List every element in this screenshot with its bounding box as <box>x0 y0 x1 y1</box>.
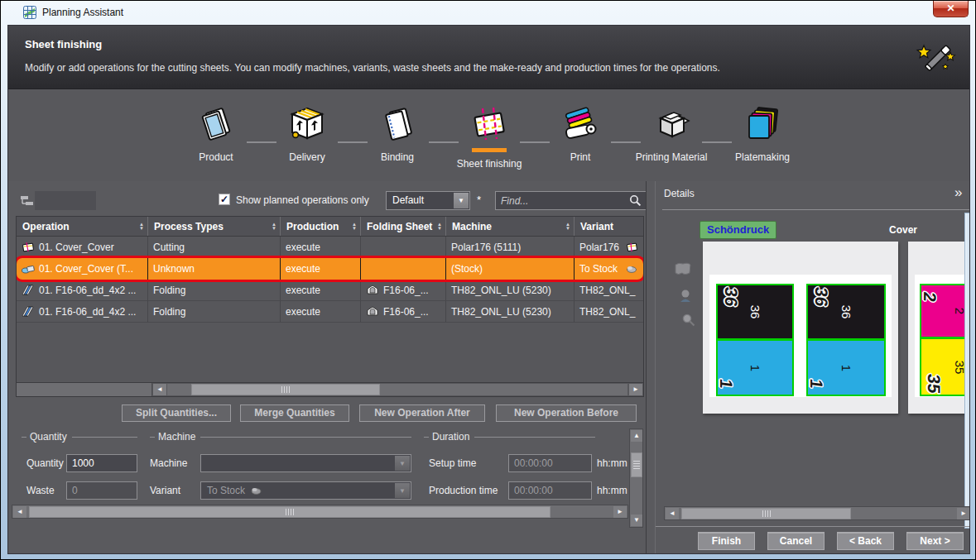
folding-operation-icon <box>22 306 35 317</box>
find-input[interactable] <box>501 194 625 208</box>
variant-name: TH82_ONL_ <box>579 306 635 318</box>
scroll-right-button[interactable]: ► <box>613 506 627 518</box>
scroll-left-button[interactable]: ◄ <box>666 508 679 519</box>
step-sheet-finishing[interactable]: Sheet finishing <box>448 105 531 170</box>
chevron-down-icon[interactable]: ▼ <box>395 483 410 498</box>
sheet-preview-front[interactable]: 36 36 1 1 36 36 1 1 <box>703 242 898 414</box>
folding-sheet-icon <box>366 285 379 295</box>
next-button[interactable]: Next > <box>906 532 964 550</box>
cancel-button[interactable]: Cancel <box>767 532 825 550</box>
split-quantities-button[interactable]: Split Quantities... <box>122 404 231 422</box>
panel-divider <box>655 181 656 554</box>
back-button[interactable]: < Back <box>837 532 894 550</box>
chevron-down-icon[interactable]: ▼ <box>395 456 410 471</box>
preset-modified-indicator: * <box>477 194 481 206</box>
scrollbar-thumb[interactable] <box>631 452 642 477</box>
scroll-right-button[interactable]: ► <box>957 508 970 519</box>
column-header-variant[interactable]: Variant <box>575 217 643 236</box>
planned-only-checkbox[interactable]: ✓ <box>219 194 230 205</box>
machine-dropdown[interactable]: ▼ <box>200 454 411 472</box>
page-number-corner: 1 <box>718 378 734 390</box>
production-time-input[interactable] <box>508 481 592 500</box>
chevron-down-icon[interactable]: ▼ <box>454 193 469 208</box>
column-header-operation[interactable]: Operation▲▼ <box>17 217 148 236</box>
setup-time-input[interactable] <box>508 454 592 472</box>
scrollbar-thumb[interactable] <box>681 508 851 519</box>
finish-button[interactable]: Finish <box>698 532 755 550</box>
machine-name: (Stock) <box>451 263 483 275</box>
planning-assistant-window: Planning Assistant ✕ Sheet finishing Mod… <box>0 0 976 560</box>
step-platemaking[interactable]: Platemaking <box>721 105 804 163</box>
page-bottom-cyan: 1 1 <box>716 339 794 396</box>
sheet-preview-icon[interactable] <box>672 261 694 277</box>
table-row[interactable]: 01. F16-06_dd_4x2 ... Folding execute F1… <box>17 280 643 301</box>
operation-name: 01. Cover_Cover <box>39 242 114 253</box>
step-label: Sheet finishing <box>448 158 531 170</box>
waste-input[interactable] <box>66 481 137 500</box>
scroll-down-button[interactable]: ▼ <box>631 515 642 526</box>
step-product[interactable]: Product <box>175 105 257 163</box>
page-description: Modify or add operations for the cutting… <box>25 62 720 74</box>
stock-icon <box>250 486 263 495</box>
scroll-left-button[interactable]: ◄ <box>13 506 26 518</box>
page-number-corner: 2 <box>921 291 938 303</box>
new-operation-before-button[interactable]: New Operation Before <box>496 404 637 422</box>
sort-icon[interactable]: ▲▼ <box>352 223 357 231</box>
scrollbar-thumb[interactable] <box>191 384 380 395</box>
process-type: Cutting <box>153 242 185 253</box>
sheet-finishing-icon <box>470 105 508 143</box>
scroll-right-button[interactable]: ► <box>629 384 642 395</box>
step-label: Delivery <box>266 151 349 163</box>
setup-time-unit: hh:mm <box>597 457 628 469</box>
column-header-folding-sheet[interactable]: Folding Sheet▲▼ <box>361 217 446 236</box>
details-hscrollbar[interactable]: ◄ ► <box>664 506 970 520</box>
sort-icon[interactable]: ▲▼ <box>565 223 570 231</box>
form-vscrollbar[interactable]: ▲ ▼ <box>629 428 643 528</box>
panel-hscrollbar[interactable]: ◄ ► <box>12 505 628 519</box>
workflow-steps: Product Delivery <box>8 90 969 181</box>
variant-sheet-icon <box>626 242 638 252</box>
titlebar[interactable]: Planning Assistant ✕ <box>1 1 975 24</box>
pin-icon[interactable] <box>679 288 692 304</box>
close-button[interactable]: ✕ <box>933 1 969 17</box>
merge-quantities-button[interactable]: Merge Quantities <box>240 404 349 422</box>
find-field[interactable] <box>495 191 647 210</box>
process-type: Folding <box>153 285 185 296</box>
table-row-selected[interactable]: 01. Cover_Cover (T... Unknown execute (S… <box>17 258 643 280</box>
folding-sheet: F16-06_... <box>383 306 429 318</box>
column-header-process-types[interactable]: Process Types▲▼ <box>148 217 281 236</box>
search-icon[interactable] <box>629 194 642 207</box>
variant-value: To Stock <box>207 485 245 496</box>
quantity-input[interactable] <box>66 454 137 472</box>
sort-icon[interactable]: ▲▼ <box>272 223 276 231</box>
step-label: Printing Material <box>630 151 713 163</box>
variant-name: Polar176 <box>579 242 619 253</box>
details-expand-icon[interactable]: » <box>954 184 962 201</box>
scroll-up-button[interactable]: ▲ <box>631 430 642 442</box>
scrollbar-thumb[interactable] <box>29 506 551 518</box>
step-print[interactable]: Print <box>539 105 622 163</box>
column-header-production[interactable]: Production▲▼ <box>281 217 361 236</box>
tree-view-icon[interactable] <box>20 194 35 207</box>
preset-dropdown[interactable]: Default ▼ <box>386 191 470 210</box>
step-binding[interactable]: Binding <box>356 105 439 163</box>
filter-selector-box[interactable] <box>35 191 96 210</box>
table-row[interactable]: 01. F16-06_dd_4x2 ... Folding execute F1… <box>17 301 643 323</box>
variant-dropdown[interactable]: To Stock ▼ <box>200 481 411 500</box>
details-vscrollbar[interactable] <box>964 213 970 529</box>
new-operation-after-button[interactable]: New Operation After <box>359 404 485 422</box>
sort-icon[interactable]: ▲▼ <box>139 223 144 231</box>
table-row[interactable]: 01. Cover_Cover Cutting execute Polar176… <box>17 237 643 258</box>
variant-name: TH82_ONL_ <box>579 285 635 296</box>
step-delivery[interactable]: Delivery <box>266 105 349 163</box>
scroll-left-button[interactable]: ◄ <box>153 384 166 395</box>
machine-name: TH82_ONL_LU (5230) <box>451 306 551 318</box>
zoom-icon[interactable] <box>681 313 696 328</box>
step-printing-material[interactable]: Printing Material <box>630 105 713 163</box>
table-hscrollbar[interactable]: ◄ ► <box>17 382 643 396</box>
sort-icon[interactable]: ▲▼ <box>437 223 442 231</box>
print-side-badge: Schöndruck <box>700 221 776 239</box>
sheet-preview-back[interactable]: 2 2 35 35 <box>908 242 970 414</box>
folding-operation-icon <box>22 285 35 295</box>
column-header-machine[interactable]: Machine▲▼ <box>446 217 575 236</box>
